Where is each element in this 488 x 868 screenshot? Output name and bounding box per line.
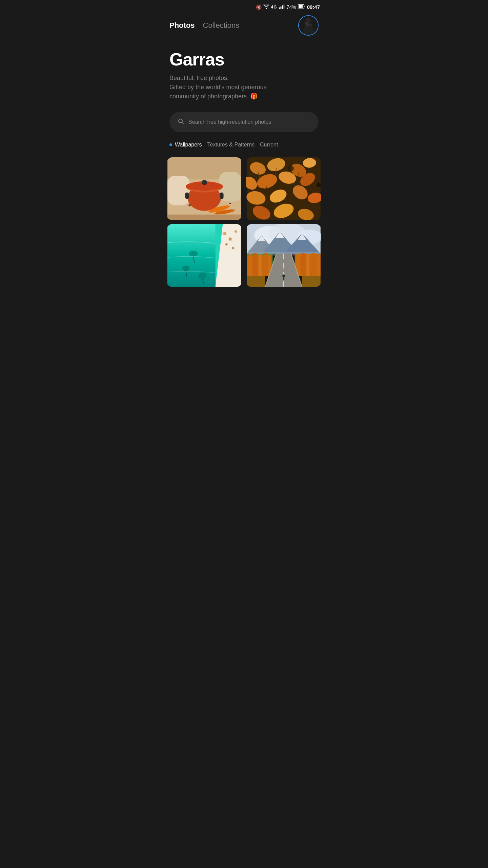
tab-photos[interactable]: Photos (169, 21, 195, 30)
svg-point-31 (229, 203, 231, 204)
svg-point-30 (188, 204, 191, 206)
battery-icon (298, 4, 305, 9)
svg-point-53 (288, 165, 294, 171)
pill-wallpapers[interactable]: Wallpapers (175, 140, 207, 149)
hero-section: Garras Beautiful, free photos. Gifted by… (163, 41, 325, 106)
wifi-icon (263, 4, 269, 10)
svg-rect-26 (185, 192, 189, 199)
pill-textures[interactable]: Textures & Patterns (207, 140, 260, 149)
active-pill-indicator (169, 143, 172, 146)
photo-grid (163, 155, 325, 291)
svg-point-12 (303, 26, 314, 35)
svg-point-14 (309, 20, 313, 24)
svg-rect-0 (279, 7, 280, 9)
battery-percent: 74% (287, 4, 296, 10)
nav-tabs: Photos Collections (169, 21, 239, 30)
svg-rect-85 (249, 254, 252, 276)
header-nav: Photos Collections (163, 13, 325, 41)
svg-point-61 (199, 273, 207, 279)
hero-subtitle: Beautiful, free photos. Gifted by the wo… (169, 74, 319, 101)
signal-icon: 4G (271, 5, 277, 9)
svg-rect-1 (280, 6, 281, 9)
svg-point-69 (232, 247, 235, 250)
svg-line-16 (182, 122, 184, 124)
status-bar: 🔇 4G 74% (163, 0, 325, 13)
mute-icon: 🔇 (256, 4, 262, 10)
svg-point-100 (282, 275, 285, 277)
svg-point-70 (222, 234, 227, 235)
svg-rect-27 (220, 192, 224, 199)
photo-card-beach[interactable] (167, 224, 242, 287)
svg-point-59 (189, 251, 198, 256)
photo-card-cooking[interactable] (167, 157, 242, 220)
svg-rect-95 (317, 255, 321, 276)
hero-title: Garras (169, 49, 319, 70)
category-pills: Wallpapers Textures & Patterns Current (163, 135, 325, 155)
svg-point-67 (235, 230, 237, 233)
svg-rect-19 (167, 176, 189, 205)
svg-point-54 (317, 183, 321, 187)
svg-rect-93 (306, 254, 309, 276)
photo-card-leaves[interactable] (246, 157, 321, 220)
svg-rect-86 (253, 253, 257, 276)
svg-rect-94 (312, 253, 315, 276)
pill-current[interactable]: Current (260, 140, 283, 149)
svg-rect-88 (264, 253, 267, 276)
svg-rect-2 (282, 5, 283, 9)
status-time: 09:47 (307, 4, 320, 10)
svg-point-68 (225, 243, 228, 246)
search-bar[interactable]: Search free high-resolution photos (169, 112, 319, 132)
tab-collections[interactable]: Collections (203, 21, 240, 30)
svg-rect-101 (283, 277, 284, 280)
search-container: Search free high-resolution photos (163, 106, 325, 135)
svg-point-25 (203, 180, 206, 183)
svg-rect-102 (247, 276, 265, 287)
svg-point-71 (228, 239, 232, 241)
signal-bars-icon (279, 4, 285, 10)
svg-point-10 (305, 19, 308, 22)
photo-card-road[interactable] (246, 224, 321, 287)
svg-rect-92 (301, 253, 305, 276)
status-icons: 🔇 4G 74% (256, 4, 320, 10)
search-icon (178, 118, 184, 126)
svg-rect-103 (302, 276, 320, 287)
svg-rect-87 (259, 254, 262, 276)
avatar[interactable] (298, 15, 319, 36)
svg-point-60 (182, 266, 190, 271)
search-placeholder: Search free high-resolution photos (188, 119, 271, 125)
svg-rect-32 (167, 215, 241, 220)
svg-rect-3 (283, 4, 284, 9)
